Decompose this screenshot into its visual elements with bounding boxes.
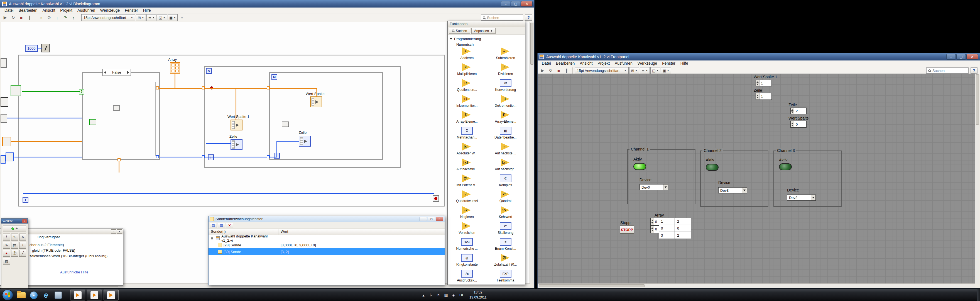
abort-button[interactable]: ■: [18, 14, 25, 21]
array-index-1[interactable]: 0: [651, 218, 659, 226]
close-button[interactable]: ✕: [521, 1, 533, 7]
wert-spalte-1-node-label[interactable]: Wert Spalte 1: [228, 115, 250, 119]
palette-item-20[interactable]: −xNegieren: [449, 205, 485, 221]
array-cell[interactable]: 3: [659, 232, 675, 239]
set-color-tool[interactable]: ▨: [3, 258, 10, 265]
palette-item-8[interactable]: ΣArray-Eleme...: [449, 110, 485, 126]
step-out-button[interactable]: ↑: [70, 14, 77, 21]
menu-datei[interactable]: Datei: [539, 61, 554, 66]
get-color-tool[interactable]: ╱: [19, 250, 26, 257]
fp-horizontal-scrollbar[interactable]: [538, 283, 975, 288]
resize-objects-button[interactable]: ◱▼: [157, 14, 167, 21]
array-cell[interactable]: 0: [659, 225, 675, 232]
menu-ansicht[interactable]: Ansicht: [40, 8, 57, 13]
array-index-2[interactable]: 0: [651, 226, 659, 233]
palette-item-13[interactable]: ≈Auf nächste ...: [487, 142, 524, 158]
labview-app-2[interactable]: [87, 290, 102, 301]
pause-button[interactable]: ∥: [563, 67, 570, 74]
delete-probe-button[interactable]: ✕: [226, 223, 233, 228]
abort-button[interactable]: ■: [555, 67, 562, 74]
probe-row[interactable]: ⊟Auswahl doppelte Kanalwahl v1_2.vi: [208, 235, 445, 242]
run-continuously-button[interactable]: ↻: [10, 14, 17, 21]
palette-item-7[interactable]: −1Dekrementie...: [487, 94, 524, 110]
step-over-button[interactable]: ↷: [62, 14, 69, 21]
run-button[interactable]: ▶: [539, 67, 546, 74]
zeile-1-control[interactable]: 1: [756, 93, 772, 100]
hidden-icons-chevron[interactable]: ▴: [421, 293, 426, 297]
align-objects-button[interactable]: ⊞▼: [136, 14, 146, 21]
highlight-execution-button[interactable]: ☼: [37, 14, 45, 21]
menu-ausführen[interactable]: Ausführen: [75, 8, 98, 13]
terminal-icon[interactable]: [0, 97, 8, 107]
array-cell[interactable]: 2: [675, 218, 691, 225]
scrollbar-thumb[interactable]: [539, 284, 644, 287]
run-continuously-button[interactable]: ↻: [547, 67, 554, 74]
terminal-icon[interactable]: [113, 105, 120, 110]
functions-palette-title[interactable]: Funktionen: [448, 21, 525, 27]
for-loop-count-terminal[interactable]: N: [272, 74, 277, 80]
run-button[interactable]: ▶: [2, 14, 9, 21]
action-center-icon[interactable]: ⚐: [428, 293, 433, 297]
reorder-objects-button[interactable]: ▣▼: [661, 67, 671, 74]
palette-item-11[interactable]: ◧Datenbearbe...: [487, 126, 524, 142]
palette-item-16[interactable]: 2ˣMit Potenz v...: [449, 174, 485, 189]
palette-item-23[interactable]: 2ⁿSkalierung: [487, 221, 524, 237]
close-icon[interactable]: ✕: [22, 219, 27, 223]
probe-grid-view-button[interactable]: ▦: [218, 223, 225, 228]
probe-row[interactable]: [30] Sonde[3, 2]: [208, 248, 445, 255]
palette-item-24[interactable]: 123Numerische ...: [449, 237, 485, 253]
step-into-button[interactable]: ↓: [54, 14, 61, 21]
array-cell[interactable]: 1: [659, 218, 675, 225]
case-selector[interactable]: False: [102, 69, 131, 76]
array-terminal-label[interactable]: Array: [168, 58, 177, 62]
fp-panel[interactable]: Wert Spalte 1 1 Zeile 1 Zeile 2 Wert Spa…: [538, 74, 975, 284]
array-control[interactable]: 120032: [659, 218, 691, 239]
menu-hilfe[interactable]: Hilfe: [141, 8, 153, 13]
chevron-down-icon[interactable]: [663, 184, 668, 190]
numeric-constant-1000[interactable]: 1000: [25, 45, 38, 52]
menu-werkzeuge[interactable]: Werkzeuge: [98, 8, 123, 13]
aktiv-led[interactable]: [706, 164, 719, 171]
edit-text-tool[interactable]: A: [19, 234, 26, 240]
increment-decrement-icon[interactable]: [791, 108, 794, 114]
wait-ms-multiple-icon[interactable]: [41, 44, 50, 53]
column-wert[interactable]: Wert: [278, 229, 445, 235]
retain-wire-values-button[interactable]: ⊙: [45, 14, 53, 21]
distribute-objects-button[interactable]: ≣▼: [640, 67, 650, 74]
resize-objects-button[interactable]: ◱▼: [651, 67, 660, 74]
explorer-icon[interactable]: [16, 290, 27, 301]
minimize-button[interactable]: ‒: [420, 217, 427, 221]
bd-titlebar[interactable]: Auswahl doppelte Kanalwahl v1_2.vi Block…: [0, 0, 534, 8]
wert-spalte-control[interactable]: 0: [791, 121, 807, 128]
palette-item-14[interactable]: ⌊x⌋Auf nächstkl...: [449, 158, 485, 174]
column-sonden[interactable]: Sonde(n): [208, 229, 278, 235]
chevron-down-icon[interactable]: [742, 187, 747, 193]
loop-condition-terminal[interactable]: [433, 195, 439, 202]
increment-decrement-icon[interactable]: [791, 121, 794, 127]
menu-ansicht[interactable]: Ansicht: [577, 61, 595, 66]
palette-item-17[interactable]: ℂKomplex: [487, 174, 524, 189]
fp-titlebar[interactable]: Auswahl doppelte Kanalwahl v1_2.vi Front…: [538, 53, 980, 61]
probe-row[interactable]: [28] Sonde[3,000E+0, 3,000E+0]: [208, 242, 445, 248]
increment-decrement-icon[interactable]: [651, 218, 654, 225]
zeile-node-label[interactable]: Zeile: [299, 130, 307, 134]
start-button[interactable]: [2, 290, 13, 301]
aktiv-led[interactable]: [779, 163, 792, 170]
power-icon[interactable]: ¤: [436, 293, 441, 297]
palette-item-19[interactable]: x²Quadrat: [487, 189, 524, 205]
device-selector[interactable]: Dev0: [640, 184, 668, 191]
palette-item-3[interactable]: ÷Dividieren: [487, 62, 524, 78]
index-array-icon[interactable]: [299, 136, 311, 147]
minimize-button[interactable]: ‒: [111, 229, 116, 234]
palette-item-22[interactable]: ±Vorzeichen: [449, 221, 485, 237]
maximize-button[interactable]: ▢: [956, 54, 966, 60]
app-window-icon[interactable]: [53, 290, 64, 301]
position-select-tool[interactable]: ↖: [11, 234, 18, 240]
pause-button[interactable]: ∥: [25, 14, 33, 21]
search-input[interactable]: Suchen: [926, 67, 969, 74]
array-cell[interactable]: 2: [675, 232, 691, 239]
media-player-icon[interactable]: ▸: [29, 290, 39, 301]
probe-titlebar[interactable]: Sondenüberwachungsfenster ‒ ▢ ✕: [208, 216, 445, 222]
palette-item-28[interactable]: ƒxAusdrucksk...: [449, 269, 485, 285]
reorder-objects-button[interactable]: ▣▼: [168, 14, 178, 21]
